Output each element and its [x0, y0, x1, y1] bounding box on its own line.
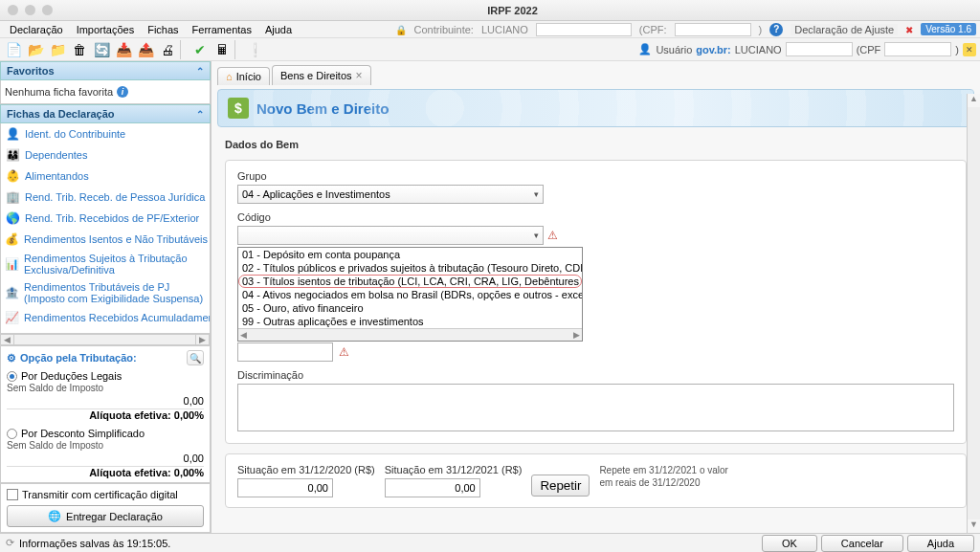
cancelar-button[interactable]: Cancelar [821, 535, 903, 552]
codigo-option[interactable]: 02 - Títulos públicos e privados sujeito… [238, 261, 582, 275]
ficha-list: 👤Ident. do Contribuinte 👨‍👩‍👦Dependentes… [0, 123, 211, 334]
info-icon[interactable]: i [117, 86, 128, 98]
form-box-situacao: Situação em 31/12/2020 (R$) Situação em … [225, 453, 967, 508]
close-user-icon[interactable]: ✕ [963, 43, 976, 56]
repetir-button[interactable]: Repetir [531, 475, 590, 497]
opcao-valor-1: 0,00 [7, 393, 204, 409]
ficha-rend-pj[interactable]: 🏢Rend. Trib. Receb. de Pessoa Jurídica [1, 187, 210, 208]
grupo-select[interactable]: 04 - Aplicações e Investimentos ▾ [237, 185, 544, 204]
tab-bens-direitos[interactable]: Bens e Direitos [272, 65, 371, 85]
minimize-window-icon[interactable] [25, 5, 35, 15]
sidebar: Favoritos Nenhuma ficha favorita i Ficha… [0, 61, 212, 533]
tool-print-icon[interactable]: 🖨 [158, 40, 177, 59]
dropdown-scrollbar[interactable]: ◀▶ [238, 328, 582, 341]
menu-importacoes[interactable]: Importações [71, 23, 141, 36]
favoritos-empty: Nenhuma ficha favorita [5, 86, 113, 98]
ficha-rend-isentos[interactable]: 💰Rendimentos Isentos e Não Tributáveis [1, 229, 210, 250]
separator [180, 40, 188, 59]
content-area: Início Bens e Direitos $ Novo Bem e Dire… [212, 61, 980, 533]
badge-ajuste: Declaração de Ajuste [791, 24, 898, 35]
warning-icon: ⚠ [547, 229, 558, 242]
ficha-rend-acum[interactable]: 📈Rendimentos Recebidos Acumuladamente [1, 307, 210, 328]
cpf-field [675, 23, 751, 36]
sem-saldo-2: Sem Saldo de Imposto [7, 440, 204, 451]
ficha-scrollbar[interactable]: ◀▶ [0, 334, 211, 345]
contrib-label: Contribuinte: [414, 24, 474, 35]
situacao2020-input[interactable] [237, 478, 333, 497]
versao-badge: Versão 1.6 [921, 23, 976, 35]
menu-declaracao[interactable]: Declaração [4, 23, 69, 36]
page-header: $ Novo Bem e Direito [217, 89, 974, 127]
grupo-label: Grupo [237, 170, 954, 182]
radio-deducoes[interactable]: Por Deduções Legais [7, 369, 204, 383]
ok-button[interactable]: OK [762, 535, 817, 552]
checkbox-icon[interactable] [7, 489, 18, 500]
refresh-icon: ⟳ [6, 537, 14, 549]
window-title: IRPF 2022 [53, 5, 972, 16]
help-icon[interactable]: ? [769, 23, 783, 36]
codigo-select[interactable]: ▾ [237, 226, 544, 245]
toolbar: 📄 📂 📁 🗑 🔄 📥 📤 🖨 ✔ 🖩 ❕ 👤 Usuário gov.br: … [0, 38, 980, 61]
close-window-icon[interactable] [8, 5, 18, 15]
user-site: gov.br: [696, 44, 730, 55]
tabs-row: Início Bens e Direitos [212, 61, 980, 85]
tool-info-icon[interactable]: ❕ [245, 40, 264, 59]
codigo-option[interactable]: 01 - Depósito em conta poupança [238, 248, 582, 261]
radio-desconto[interactable]: Por Desconto Simplificado [7, 427, 204, 440]
panel-favoritos-header[interactable]: Favoritos [0, 61, 211, 80]
fichas-title: Fichas da Declaração [7, 108, 115, 120]
tool-out-icon[interactable]: 📤 [136, 40, 155, 59]
tool-new-icon[interactable]: 📄 [4, 40, 23, 59]
home-icon [226, 71, 233, 82]
content-scrollbar[interactable]: ▲▼ [967, 94, 980, 533]
codigo-option[interactable]: 04 - Ativos negociados em bolsa no Brasi… [238, 288, 582, 301]
toolbar-cpf-box2 [884, 42, 951, 56]
tool-in-icon[interactable]: 📥 [114, 40, 133, 59]
tool-delete-icon[interactable]: 🗑 [70, 40, 89, 59]
maximize-window-icon[interactable] [42, 5, 53, 15]
menu-fichas[interactable]: Fichas [142, 23, 184, 36]
menu-ferramentas[interactable]: Ferramentas [187, 23, 257, 36]
situacao2021-input[interactable] [385, 478, 480, 497]
user-info: 👤 Usuário gov.br: LUCIANO (CPF ) ✕ [638, 42, 976, 56]
cert-checkbox-row[interactable]: Transmitir com certificação digital [7, 489, 204, 500]
close-tab-icon[interactable] [356, 69, 363, 82]
section-title: Dados do Bem [225, 139, 967, 150]
user-name: LUCIANO [735, 44, 782, 55]
codigo-option[interactable]: 05 - Ouro, ativo financeiro [238, 301, 582, 315]
small-input-field[interactable] [237, 342, 333, 362]
codigo-option-highlighted[interactable]: 03 - Títulos isentos de tributação (LCI,… [238, 275, 582, 288]
entregar-button[interactable]: 🌐 Entregar Declaração [7, 505, 204, 527]
tool-open2-icon[interactable]: 📁 [48, 40, 67, 59]
ficha-rend-trib-pj[interactable]: 🏦Rendimentos Tributáveis de PJ (Imposto … [1, 278, 210, 307]
separator [234, 40, 242, 59]
ficha-dependentes[interactable]: 👨‍👩‍👦Dependentes [1, 144, 210, 166]
warning-icon: ⚠ [339, 345, 349, 359]
tool-calc-icon[interactable]: 🖩 [212, 40, 232, 59]
ajuda-button[interactable]: Ajuda [907, 535, 974, 552]
ficha-rend-trib-excl[interactable]: 📊Rendimentos Sujeitos à Tributação Exclu… [1, 250, 210, 278]
discriminacao-input[interactable] [237, 384, 954, 431]
toolbar-cpf-box [786, 42, 853, 56]
radio-on-icon [7, 371, 17, 382]
tool-swap-icon[interactable]: 🔄 [92, 40, 111, 59]
tool-open-icon[interactable]: 📂 [26, 40, 45, 59]
chevron-up-icon [196, 108, 204, 120]
status-message: Informações salvas às 19:15:05. [19, 538, 170, 549]
tool-check-icon[interactable]: ✔ [190, 40, 210, 59]
ficha-rend-pf[interactable]: 🌎Rend. Trib. Recebidos de PF/Exterior [1, 208, 210, 229]
window-titlebar: IRPF 2022 [0, 0, 980, 21]
chevron-down-icon: ▾ [534, 189, 539, 199]
versao-icon [905, 24, 913, 35]
panel-fichas-header[interactable]: Fichas da Declaração [0, 104, 211, 123]
menu-ajuda[interactable]: Ajuda [259, 23, 298, 36]
tab-inicio[interactable]: Início [217, 67, 270, 85]
chevron-down-icon: ▾ [534, 231, 539, 240]
codigo-option[interactable]: 99 - Outras aplicações e investimentos [238, 315, 582, 328]
sem-saldo-1: Sem Saldo de Imposto [7, 383, 204, 393]
toolbar-cpf-label: (CPF [857, 44, 881, 55]
opcao-tributacao: ⚙ Opção pela Tributação: 🔍 Por Deduções … [0, 345, 211, 483]
search-icon[interactable]: 🔍 [187, 350, 204, 365]
ficha-alimentandos[interactable]: 👶Alimentandos [1, 166, 210, 187]
ficha-ident[interactable]: 👤Ident. do Contribuinte [1, 123, 210, 144]
